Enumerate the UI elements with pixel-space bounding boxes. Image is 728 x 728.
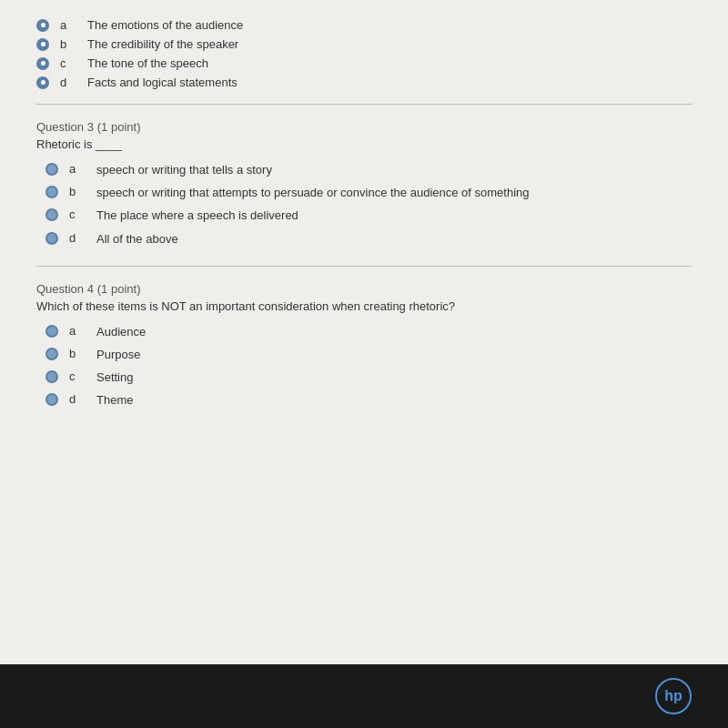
q3-radio-b[interactable] (46, 186, 58, 198)
question-3-section: Question 3 (1 point) Rhetoric is ____ a … (36, 119, 692, 248)
prev-answer-row-b: b The credibility of the speaker (36, 37, 692, 51)
question-4-options: a Audience b Purpose c Setting d Theme (36, 324, 692, 410)
q4-radio-a[interactable] (46, 325, 58, 338)
q3-letter-c: c (69, 207, 84, 221)
question-3-text: Rhetoric is ____ (36, 137, 692, 151)
q3-letter-b: b (69, 185, 84, 198)
prev-text-b: The credibility of the speaker (87, 37, 238, 51)
question-4-section: Question 4 (1 point) Which of these item… (36, 281, 692, 410)
q4-letter-b: b (69, 347, 84, 360)
q4-text-d: Theme (96, 392, 133, 409)
q3-radio-d[interactable] (46, 232, 58, 245)
prev-letter-d: d (60, 76, 75, 89)
q4-option-d: d Theme (46, 392, 692, 409)
prev-letter-a: a (60, 18, 75, 32)
radio-b-prev[interactable] (36, 38, 49, 51)
question-3-title: Question 3 (1 point) (36, 119, 692, 134)
q4-letter-c: c (69, 369, 84, 383)
q4-text-b: Purpose (96, 347, 140, 363)
prev-text-d: Facts and logical statements (87, 76, 238, 89)
q3-option-b: b speech or writing that attempts to per… (46, 185, 692, 201)
prev-letter-c: c (60, 56, 75, 70)
prev-question-answers: a The emotions of the audience b The cre… (36, 18, 692, 89)
hp-logo: hp (655, 678, 692, 714)
q3-letter-a: a (69, 162, 84, 176)
q4-option-a: a Audience (46, 324, 692, 340)
q3-radio-a[interactable] (46, 163, 58, 176)
prev-letter-b: b (60, 37, 75, 51)
q4-radio-b[interactable] (46, 348, 58, 360)
q3-radio-c[interactable] (46, 208, 58, 221)
question-4-text: Which of these items is NOT an important… (36, 299, 692, 313)
prev-text-a: The emotions of the audience (87, 18, 243, 32)
q3-text-d: All of the above (96, 231, 178, 248)
q4-text-c: Setting (96, 369, 133, 386)
question-4-title: Question 4 (1 point) (36, 281, 692, 296)
radio-c-prev[interactable] (36, 57, 49, 70)
question-3-options: a speech or writing that tells a story b… (36, 162, 692, 248)
q4-text-a: Audience (96, 324, 146, 340)
q4-option-c: c Setting (46, 369, 692, 386)
q4-letter-d: d (69, 392, 84, 406)
q3-option-a: a speech or writing that tells a story (46, 162, 692, 178)
q3-text-b: speech or writing that attempts to persu… (96, 185, 530, 201)
q4-radio-c[interactable] (46, 370, 58, 383)
q3-text-a: speech or writing that tells a story (96, 162, 272, 178)
q3-text-c: The place where a speech is delivered (96, 207, 298, 224)
q3-letter-d: d (69, 231, 84, 245)
main-content: a The emotions of the audience b The cre… (0, 0, 728, 664)
q4-radio-d[interactable] (46, 393, 58, 406)
prev-answer-row: a The emotions of the audience (36, 18, 692, 32)
prev-text-c: The tone of the speech (87, 56, 208, 70)
q4-letter-a: a (69, 324, 84, 338)
section-divider-2 (36, 266, 692, 267)
radio-a-prev[interactable] (36, 19, 49, 32)
q3-option-d: d All of the above (46, 231, 692, 248)
q4-option-b: b Purpose (46, 347, 692, 363)
prev-answer-row-c: c The tone of the speech (36, 56, 692, 70)
prev-answer-row-d: d Facts and logical statements (36, 76, 692, 89)
taskbar: hp (0, 664, 728, 728)
section-divider-1 (36, 104, 692, 105)
radio-d-prev[interactable] (36, 76, 49, 89)
q3-option-c: c The place where a speech is delivered (46, 207, 692, 224)
